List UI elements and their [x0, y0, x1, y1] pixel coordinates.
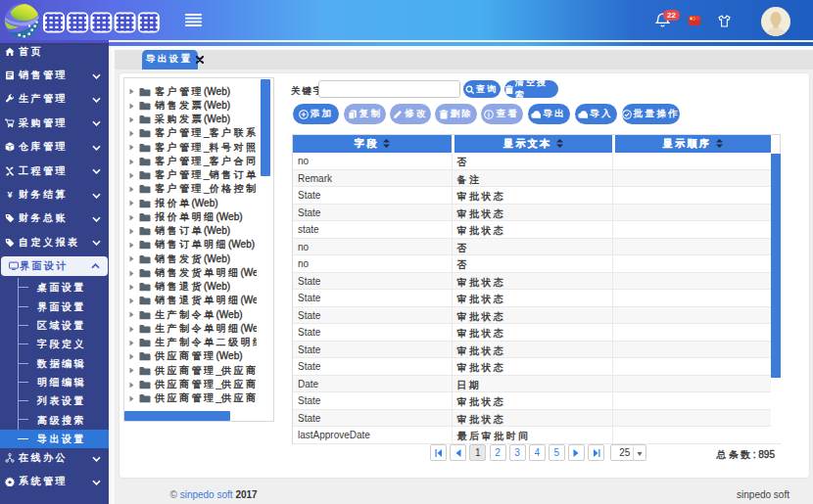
svg-text:¥: ¥	[7, 190, 13, 200]
